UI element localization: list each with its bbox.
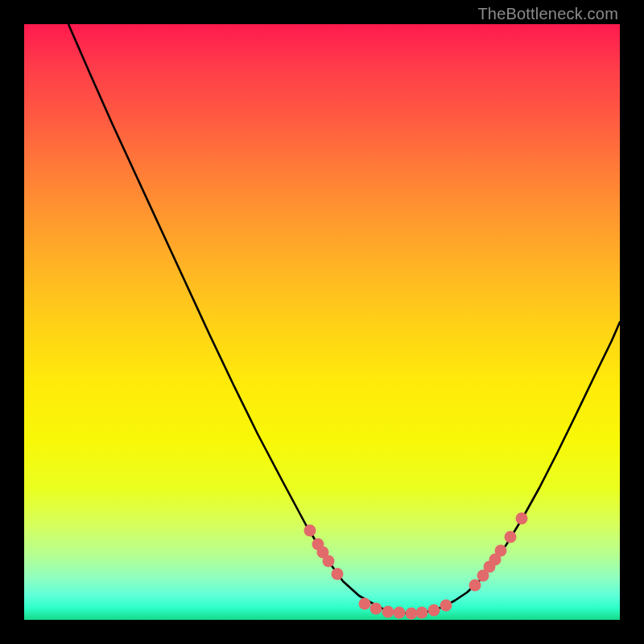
data-point: [359, 598, 371, 610]
data-point: [323, 555, 335, 568]
data-point: [332, 568, 344, 580]
plot-area: [24, 24, 620, 620]
data-point: [394, 607, 406, 619]
data-point: [469, 580, 481, 592]
data-point: [516, 513, 528, 525]
data-point: [382, 606, 394, 618]
data-point: [416, 607, 428, 619]
bottleneck-curve: [68, 24, 620, 613]
data-point: [304, 525, 316, 537]
chart-svg: [24, 24, 620, 620]
chart-frame: TheBottleneck.com: [0, 0, 644, 644]
data-point: [406, 608, 418, 620]
data-point: [495, 545, 507, 557]
data-point: [505, 531, 517, 543]
data-point: [440, 600, 452, 612]
data-point: [428, 605, 440, 617]
scatter-bottom: [359, 598, 452, 620]
data-point: [370, 603, 382, 615]
watermark-text: TheBottleneck.com: [477, 5, 618, 23]
scatter-left: [304, 525, 344, 580]
